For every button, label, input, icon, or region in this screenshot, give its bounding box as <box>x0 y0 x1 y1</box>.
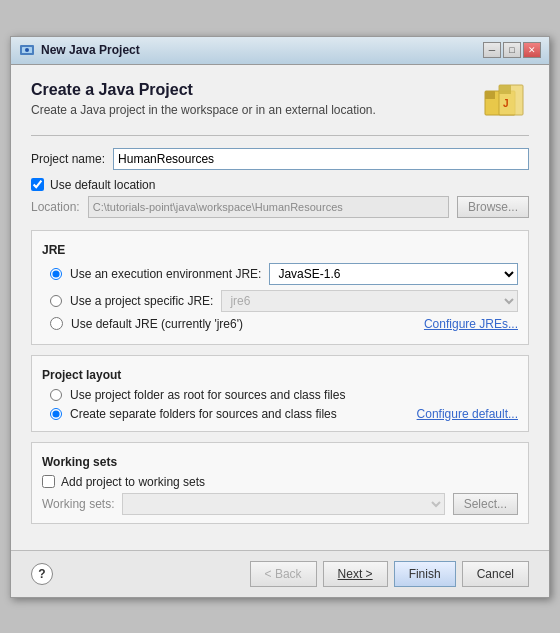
configure-jres-link[interactable]: Configure JREs... <box>424 317 518 331</box>
svg-rect-4 <box>485 91 495 99</box>
window-controls: ─ □ ✕ <box>483 42 541 58</box>
header-divider <box>31 135 529 136</box>
dialog-title: Create a Java Project <box>31 81 471 99</box>
java-project-icon: J <box>481 81 529 121</box>
svg-point-2 <box>25 48 29 52</box>
project-name-label: Project name: <box>31 152 105 166</box>
jre-section: JRE Use an execution environment JRE: Ja… <box>31 230 529 345</box>
close-button[interactable]: ✕ <box>523 42 541 58</box>
location-input <box>88 196 449 218</box>
svg-text:J: J <box>503 98 509 109</box>
dialog-footer: ? < Back Next > Finish Cancel <box>11 550 549 597</box>
next-button[interactable]: Next > <box>323 561 388 587</box>
back-button[interactable]: < Back <box>250 561 317 587</box>
jre-option2-label: Use a project specific JRE: <box>70 294 213 308</box>
maximize-button[interactable]: □ <box>503 42 521 58</box>
dialog-subtitle: Create a Java project in the workspace o… <box>31 103 471 117</box>
working-sets-title: Working sets <box>42 455 518 469</box>
use-default-location-row: Use default location <box>31 178 529 192</box>
use-default-location-label: Use default location <box>50 178 155 192</box>
use-default-location-checkbox[interactable] <box>31 178 44 191</box>
jre-section-title: JRE <box>42 243 518 257</box>
jre-option2-row: Use a project specific JRE: jre6 <box>42 290 518 312</box>
working-sets-label: Working sets: <box>42 497 114 511</box>
add-to-working-sets-row: Add project to working sets <box>42 475 518 489</box>
project-name-input[interactable] <box>113 148 529 170</box>
project-layout-section: Project layout Use project folder as roo… <box>31 355 529 432</box>
minimize-button[interactable]: ─ <box>483 42 501 58</box>
add-to-working-sets-label: Add project to working sets <box>61 475 205 489</box>
help-button[interactable]: ? <box>31 563 53 585</box>
layout-option2-radio[interactable] <box>50 408 62 420</box>
layout-option1-label: Use project folder as root for sources a… <box>70 388 345 402</box>
jre-option3-row: Use default JRE (currently 'jre6') Confi… <box>42 317 518 331</box>
configure-default-link[interactable]: Configure default... <box>417 407 518 421</box>
jre-option1-radio[interactable] <box>50 268 62 280</box>
window-icon <box>19 42 35 58</box>
jre-option1-row: Use an execution environment JRE: JavaSE… <box>42 263 518 285</box>
main-window: New Java Project ─ □ ✕ Create a Java Pro… <box>10 36 550 598</box>
jre-option3-radio[interactable] <box>50 317 63 330</box>
layout-option1-row: Use project folder as root for sources a… <box>42 388 518 402</box>
header-section: Create a Java Project Create a Java proj… <box>31 81 529 121</box>
working-sets-section: Working sets Add project to working sets… <box>31 442 529 524</box>
working-sets-select-button: Select... <box>453 493 518 515</box>
title-bar: New Java Project ─ □ ✕ <box>11 37 549 65</box>
dialog-content: Create a Java Project Create a Java proj… <box>11 65 549 550</box>
finish-button[interactable]: Finish <box>394 561 456 587</box>
svg-rect-6 <box>499 85 511 94</box>
jre-option2-radio[interactable] <box>50 295 62 307</box>
layout-option1-radio[interactable] <box>50 389 62 401</box>
working-sets-select <box>122 493 444 515</box>
location-label: Location: <box>31 200 80 214</box>
add-to-working-sets-checkbox[interactable] <box>42 475 55 488</box>
working-sets-input-row: Working sets: Select... <box>42 493 518 515</box>
jre-option2-select: jre6 <box>221 290 518 312</box>
jre-option3-label: Use default JRE (currently 'jre6') <box>71 317 243 331</box>
window-title: New Java Project <box>41 43 477 57</box>
cancel-button[interactable]: Cancel <box>462 561 529 587</box>
layout-option2-row: Create separate folders for sources and … <box>42 407 518 421</box>
layout-option2-label: Create separate folders for sources and … <box>70 407 417 421</box>
project-name-row: Project name: <box>31 148 529 170</box>
project-layout-title: Project layout <box>42 368 518 382</box>
location-row: Location: Browse... <box>31 196 529 218</box>
browse-button[interactable]: Browse... <box>457 196 529 218</box>
jre-option1-select[interactable]: JavaSE-1.6 <box>269 263 518 285</box>
jre-option1-label: Use an execution environment JRE: <box>70 267 261 281</box>
